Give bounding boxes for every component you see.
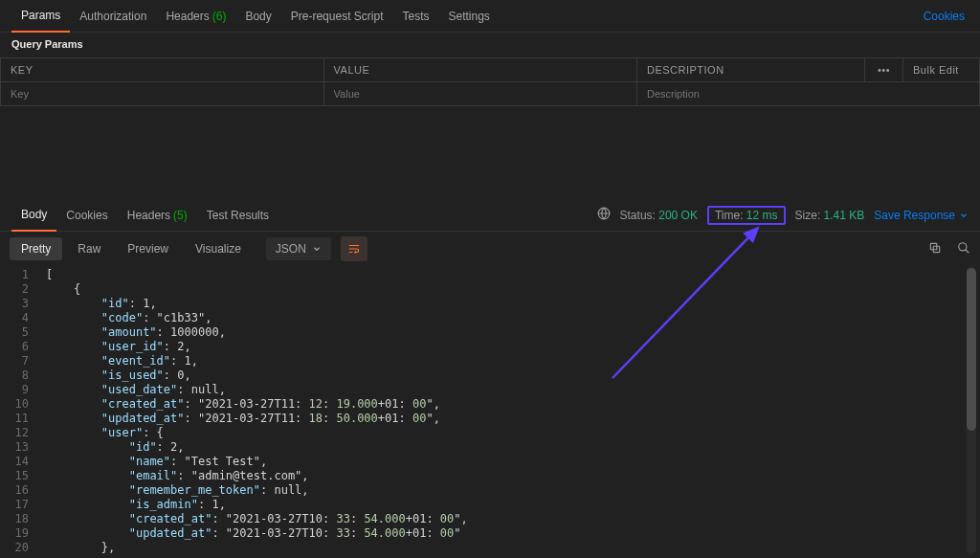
query-params-title: Query Params	[0, 33, 980, 57]
search-icon[interactable]	[957, 241, 970, 257]
tab-authorization[interactable]: Authorization	[70, 0, 156, 33]
resp-tab-headers[interactable]: Headers (5)	[118, 199, 197, 232]
resp-tab-test-results[interactable]: Test Results	[197, 199, 278, 232]
time-value: 12 ms	[746, 209, 778, 222]
params-table: KEY VALUE DESCRIPTION ••• Bulk Edit	[0, 57, 980, 106]
tab-tests[interactable]: Tests	[392, 0, 438, 33]
tab-settings[interactable]: Settings	[439, 0, 500, 33]
status-label: Status: 200 OK	[620, 209, 698, 222]
view-pretty-button[interactable]: Pretty	[10, 237, 62, 260]
table-row	[1, 82, 980, 106]
tab-body[interactable]: Body	[235, 0, 280, 33]
col-key: KEY	[1, 58, 324, 82]
headers-count: (6)	[212, 10, 227, 23]
col-value: VALUE	[323, 58, 636, 82]
time-box: Time: 12 ms	[707, 206, 786, 225]
svg-point-3	[959, 242, 967, 250]
tab-headers[interactable]: Headers (6)	[156, 0, 235, 33]
tab-headers-label: Headers	[166, 10, 209, 23]
resp-headers-count: (5)	[173, 209, 188, 222]
tab-prerequest[interactable]: Pre-request Script	[281, 0, 393, 33]
wrap-line-button[interactable]	[341, 236, 368, 261]
save-response-button[interactable]: Save Response	[874, 209, 969, 222]
resp-tab-cookies[interactable]: Cookies	[56, 199, 117, 232]
view-preview-button[interactable]: Preview	[116, 237, 180, 260]
resp-tab-body[interactable]: Body	[11, 199, 56, 232]
response-body[interactable]: 1234567891011121314151617181920 [ { "id"…	[0, 266, 980, 558]
col-description: DESCRIPTION	[636, 58, 864, 82]
scrollbar-thumb[interactable]	[967, 268, 976, 431]
globe-icon[interactable]	[597, 207, 611, 223]
bulk-edit-button[interactable]: Bulk Edit	[903, 58, 980, 82]
more-button[interactable]: •••	[865, 58, 903, 82]
cookies-link[interactable]: Cookies	[924, 10, 969, 23]
chevron-down-icon	[312, 244, 322, 254]
description-input[interactable]	[647, 88, 969, 100]
tab-params[interactable]: Params	[11, 0, 70, 33]
view-raw-button[interactable]: Raw	[66, 237, 112, 260]
copy-icon[interactable]	[928, 241, 942, 257]
value-input[interactable]	[334, 88, 627, 100]
chevron-down-icon	[959, 211, 969, 220]
format-dropdown[interactable]: JSON	[266, 237, 331, 260]
key-input[interactable]	[11, 88, 314, 100]
status-value: 200 OK	[658, 209, 698, 222]
size-value: 1.41 KB	[824, 209, 865, 222]
size-label: Size: 1.41 KB	[795, 209, 865, 222]
resp-tab-headers-label: Headers	[127, 209, 170, 222]
view-visualize-button[interactable]: Visualize	[184, 237, 253, 260]
wrap-icon	[346, 242, 362, 256]
